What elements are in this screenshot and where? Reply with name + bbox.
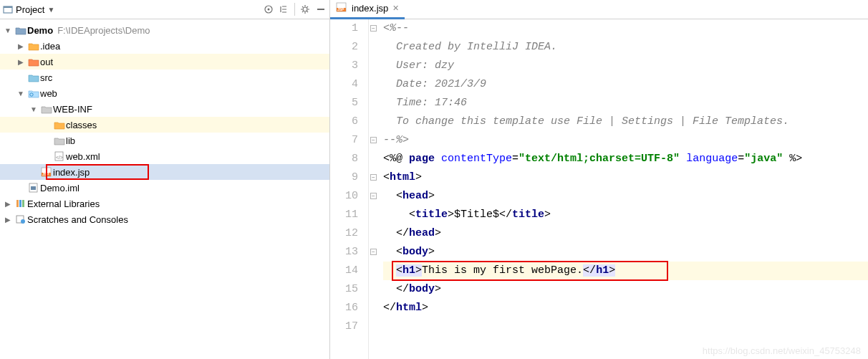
tree-label: WEB-INF <box>53 104 92 115</box>
line-number: 13 <box>330 243 358 262</box>
tree-item-classes[interactable]: classes <box>0 117 329 133</box>
fold-marker[interactable]: − <box>370 193 377 199</box>
chevron-right-icon: ▶ <box>1 216 14 224</box>
folder-icon <box>14 24 27 36</box>
line-number: 17 <box>330 317 358 336</box>
tree-item-idea[interactable]: ▶ .idea <box>0 38 329 54</box>
tree-label: Demo <box>27 25 53 36</box>
tree-item-indexjsp[interactable]: JSP index.jsp <box>0 164 329 180</box>
gear-icon[interactable] <box>299 4 311 15</box>
line-number: 7 <box>330 131 358 150</box>
fold-column: − − − − − <box>369 19 379 359</box>
line-number: 2 <box>330 38 358 57</box>
svg-point-3 <box>268 9 270 11</box>
code-line: Date: 2021/3/9 <box>383 75 868 94</box>
line-number: 14 <box>330 262 358 280</box>
code-line <box>383 317 868 336</box>
source-folder-icon <box>27 72 40 83</box>
scratch-icon <box>14 214 27 225</box>
editor-tabs: JSP index.jsp ✕ <box>330 0 868 19</box>
line-number: 5 <box>330 94 358 113</box>
svg-rect-1 <box>4 6 12 8</box>
jsp-file-icon: JSP <box>40 166 53 178</box>
xml-file-icon: </> <box>53 150 66 162</box>
line-number: 9 <box>330 168 358 187</box>
code-line: </html> <box>383 299 868 317</box>
folder-icon <box>53 119 66 130</box>
tree-label: web <box>40 88 57 99</box>
code-line: <%@ page contentType="text/html;charset=… <box>383 150 868 168</box>
collapse-icon[interactable] <box>315 4 327 15</box>
watermark: https://blog.csdn.net/weixin_45753248 <box>703 345 861 356</box>
code-line: <title>$Title$</title> <box>383 206 868 224</box>
collapse-all-icon[interactable] <box>279 4 290 15</box>
toolbar-divider <box>294 3 295 16</box>
line-number: 16 <box>330 299 358 317</box>
line-number: 10 <box>330 187 358 206</box>
folder-icon <box>27 56 40 67</box>
tree-external-libraries[interactable]: ▶ External Libraries <box>0 196 329 211</box>
svg-rect-15 <box>19 200 21 207</box>
tree-item-webxml[interactable]: </> web.xml <box>0 148 329 164</box>
tree-label: Scratches and Consoles <box>27 214 128 225</box>
code-line: --%> <box>383 131 868 150</box>
fold-marker[interactable]: − <box>370 25 377 32</box>
code-line: <head> <box>383 187 868 206</box>
tree-label: .idea <box>40 41 60 52</box>
tree-item-web[interactable]: ▼ web <box>0 85 329 101</box>
tree-item-lib[interactable]: lib <box>0 133 329 148</box>
code-line: Created by IntelliJ IDEA. <box>383 38 868 57</box>
chevron-down-icon: ▼ <box>1 27 14 34</box>
tree-label: web.xml <box>66 151 100 162</box>
code-area[interactable]: <%-- Created by IntelliJ IDEA. User: dzy… <box>379 19 868 359</box>
tree-item-demoiml[interactable]: Demo.iml <box>0 180 329 196</box>
chevron-down-icon: ▼ <box>14 90 27 97</box>
chevron-right-icon: ▶ <box>14 58 27 66</box>
code-line: Time: 17:46 <box>383 94 868 113</box>
project-label: Project <box>16 4 44 15</box>
tree-item-webinf[interactable]: ▼ WEB-INF <box>0 101 329 117</box>
fold-marker[interactable]: − <box>370 137 377 143</box>
tree-path: F:\IDEAprojects\Demo <box>57 25 150 36</box>
chevron-right-icon: ▶ <box>14 42 27 50</box>
tree-scratches[interactable]: ▶ Scratches and Consoles <box>0 211 329 227</box>
code-line: <body> <box>383 243 868 262</box>
code-line: <html> <box>383 168 868 187</box>
tree-label: index.jsp <box>53 167 90 178</box>
svg-text:JSP: JSP <box>42 172 49 176</box>
tree-project-root[interactable]: ▼ Demo F:\IDEAprojects\Demo <box>0 22 329 38</box>
tree-label: lib <box>66 135 75 146</box>
target-icon[interactable] <box>263 4 274 15</box>
chevron-down-icon: ▼ <box>27 105 40 113</box>
tree-label: src <box>40 72 52 83</box>
fold-marker[interactable]: − <box>370 174 377 181</box>
svg-point-4 <box>303 7 307 11</box>
tab-indexjsp[interactable]: JSP index.jsp ✕ <box>330 0 405 19</box>
fold-marker[interactable]: − <box>370 249 377 255</box>
tree-item-src[interactable]: src <box>0 70 329 85</box>
tree-item-out[interactable]: ▶ out <box>0 54 329 70</box>
chevron-down-icon: ▼ <box>47 6 54 14</box>
code-line: <%-- <box>383 19 868 38</box>
library-icon <box>14 198 27 209</box>
svg-rect-16 <box>22 200 24 207</box>
svg-point-18 <box>21 219 25 224</box>
close-icon[interactable]: ✕ <box>392 4 399 13</box>
project-toolbar: Project ▼ <box>0 0 329 19</box>
code-editor[interactable]: 1 2 3 4 5 6 7 8 9 10 11 12 13 14 15 16 1… <box>330 19 868 359</box>
code-line: </body> <box>383 280 868 299</box>
line-number: 6 <box>330 113 358 131</box>
jsp-file-icon: JSP <box>336 2 347 14</box>
project-tree: ▼ Demo F:\IDEAprojects\Demo ▶ .idea ▶ ou… <box>0 19 329 359</box>
code-line: <h1>This is my first webPage.</h1> <box>383 262 868 280</box>
svg-text:</>: </> <box>56 155 63 160</box>
svg-text:JSP: JSP <box>337 7 344 11</box>
project-dropdown[interactable]: Project ▼ <box>3 4 54 15</box>
folder-icon <box>27 40 40 52</box>
tree-label: Demo.iml <box>40 183 79 193</box>
svg-rect-14 <box>16 200 19 207</box>
tree-label: classes <box>66 120 97 130</box>
project-icon <box>3 4 13 14</box>
line-number: 1 <box>330 19 358 38</box>
line-number: 3 <box>330 57 358 75</box>
